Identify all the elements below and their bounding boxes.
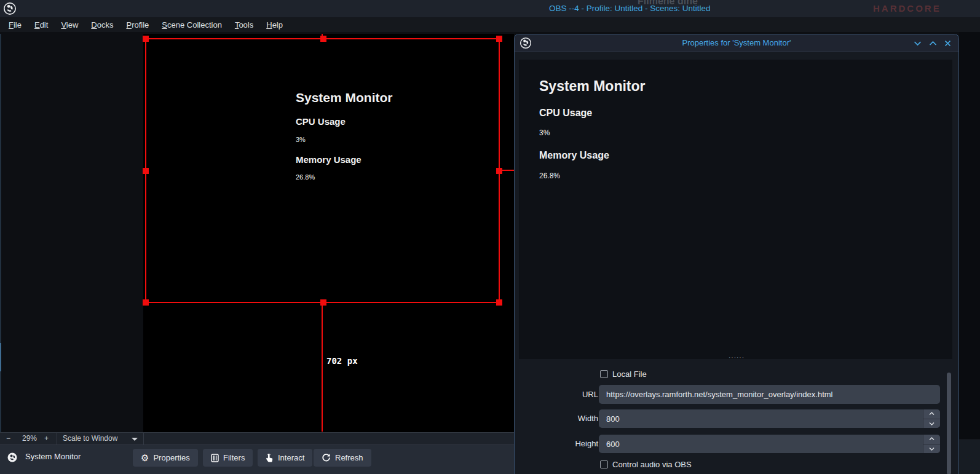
obs-main-window: Filmene dine HARDCORE OBS --4 - Profile:… — [0, 0, 980, 474]
browser-source-icon — [7, 452, 17, 462]
properties-dialog: Properties for 'System Monitor' System M… — [514, 34, 959, 474]
interact-icon — [266, 453, 274, 462]
refresh-button[interactable]: Refresh — [314, 449, 371, 467]
url-input-value: https://overlays.ramforth.net/system_mon… — [606, 390, 832, 399]
source-selection-box[interactable] — [145, 38, 500, 303]
preview-cpu-label: CPU Usage — [539, 108, 592, 119]
height-spin-down-button[interactable] — [923, 444, 940, 454]
local-file-checkbox[interactable] — [600, 370, 608, 378]
height-input[interactable]: 600 — [599, 435, 940, 453]
splitter-handle[interactable]: ······ — [515, 355, 958, 361]
divider — [143, 433, 144, 444]
filters-button[interactable]: Filters — [203, 449, 253, 467]
control-audio-row: Control audio via OBS — [600, 460, 692, 469]
menu-help[interactable]: Help — [266, 20, 283, 30]
properties-button[interactable]: ⚙ Properties — [133, 449, 198, 467]
height-input-value: 600 — [606, 440, 620, 449]
preview-mem-value: 26.8% — [539, 172, 560, 180]
interact-button[interactable]: Interact — [258, 449, 312, 467]
filters-button-label: Filters — [223, 453, 245, 462]
preview-title: System Monitor — [539, 78, 646, 95]
scrollbar-thumb[interactable] — [947, 373, 951, 474]
snap-guide-vertical — [322, 303, 323, 432]
divider — [57, 433, 57, 444]
height-label: Height — [527, 435, 598, 453]
desktop-background — [959, 32, 980, 440]
dock-edge — [0, 34, 1, 432]
local-file-row: Local File — [600, 369, 647, 379]
dialog-title: Properties for 'System Monitor' — [515, 34, 958, 52]
width-input[interactable]: 800 — [599, 409, 940, 428]
url-label: URL — [527, 385, 598, 404]
title-bar: Filmene dine HARDCORE OBS --4 - Profile:… — [0, 0, 980, 17]
menu-profile[interactable]: Profile — [126, 20, 149, 30]
height-spinner — [923, 435, 940, 453]
hardcore-watermark-text: HARDCORE — [873, 3, 941, 14]
menu-tools[interactable]: Tools — [235, 20, 253, 30]
control-audio-label: Control audio via OBS — [612, 460, 692, 469]
resize-handle-top-left[interactable] — [143, 36, 149, 42]
menu-scene-collection[interactable]: Scene Collection — [162, 20, 222, 30]
gear-icon: ⚙ — [141, 453, 149, 462]
resize-handle-bottom-left[interactable] — [143, 299, 149, 306]
resize-handle-bottom-right[interactable] — [496, 299, 502, 306]
width-spin-down-button[interactable] — [923, 419, 940, 429]
resize-handle-middle-left[interactable] — [143, 168, 149, 174]
collapse-chevron-up-icon[interactable] — [929, 41, 937, 46]
snap-guide-horizontal — [500, 170, 515, 171]
refresh-button-label: Refresh — [335, 453, 363, 462]
zoom-level-value: 29% — [22, 433, 37, 444]
preview-mem-label: Memory Usage — [539, 150, 609, 161]
zoom-out-button[interactable]: − — [6, 433, 10, 444]
scale-mode-dropdown[interactable]: Scale to Window — [63, 433, 117, 444]
resize-handle-middle-right[interactable] — [496, 168, 502, 174]
distance-label: 702 px — [326, 356, 358, 366]
control-audio-checkbox[interactable] — [600, 460, 608, 468]
preview-cpu-value: 3% — [539, 128, 550, 137]
snap-guide-top — [322, 34, 323, 39]
menu-edit[interactable]: Edit — [34, 20, 48, 30]
menu-view[interactable]: View — [61, 20, 78, 30]
width-label: Width — [527, 409, 598, 428]
source-properties-preview: System Monitor CPU Usage 3% Memory Usage… — [519, 60, 952, 359]
dock-edge-highlight — [0, 343, 1, 371]
dialog-header[interactable]: Properties for 'System Monitor' — [515, 34, 958, 52]
preview-zoom-bar: − 29% + Scale to Window — [0, 432, 514, 444]
filters-icon — [211, 454, 219, 462]
window-title: OBS --4 - Profile: Untitled - Scenes: Un… — [549, 0, 711, 17]
refresh-icon — [322, 453, 331, 462]
close-icon[interactable] — [944, 40, 951, 47]
undock-chevron-down-icon[interactable] — [914, 41, 922, 46]
width-spinner — [923, 409, 940, 428]
width-input-value: 800 — [606, 414, 620, 424]
menu-docks[interactable]: Docks — [91, 20, 113, 30]
width-spin-up-button[interactable] — [923, 409, 940, 419]
properties-button-label: Properties — [153, 453, 189, 462]
resize-handle-top-right[interactable] — [496, 36, 502, 42]
zoom-in-button[interactable]: + — [44, 433, 49, 444]
dialog-window-controls — [914, 34, 951, 52]
height-spin-up-button[interactable] — [923, 435, 940, 444]
url-input[interactable]: https://overlays.ramforth.net/system_mon… — [599, 385, 940, 404]
interact-button-label: Interact — [278, 453, 304, 462]
selected-source-name: System Monitor — [25, 444, 81, 469]
local-file-label: Local File — [612, 369, 647, 379]
menu-bar: File Edit View Docks Profile Scene Colle… — [0, 17, 980, 32]
obs-logo-icon — [3, 2, 17, 15]
dock-panel-edge — [959, 440, 980, 474]
menu-file[interactable]: File — [9, 20, 22, 30]
chevron-down-icon[interactable] — [132, 438, 138, 441]
